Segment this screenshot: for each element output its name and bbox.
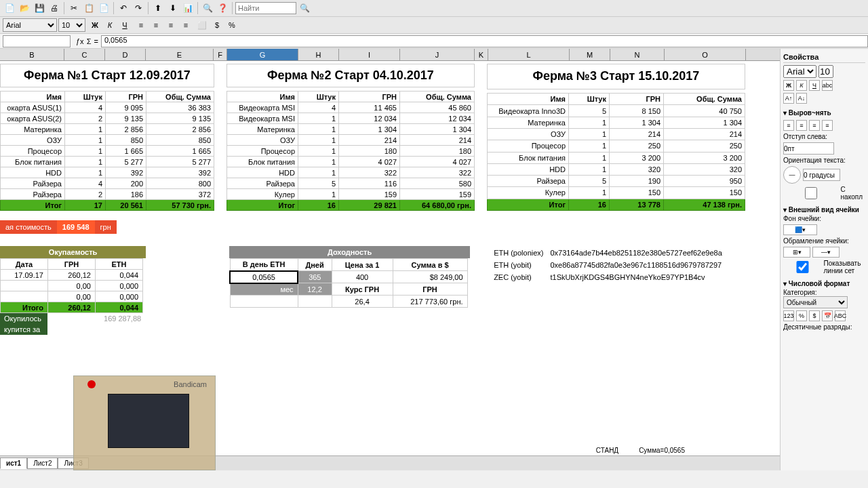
paste-icon[interactable]: 📄 <box>97 1 111 15</box>
column-header-D[interactable]: D <box>105 49 146 60</box>
sort-asc-icon[interactable]: ⬆ <box>151 1 165 15</box>
print-icon[interactable]: 🖨 <box>47 1 61 15</box>
italic-button[interactable]: К <box>103 18 117 32</box>
undo-icon[interactable]: ↶ <box>117 1 130 15</box>
sidebar-subscript-button[interactable]: A↓ <box>796 93 807 104</box>
orientation-degrees[interactable] <box>803 169 840 181</box>
border-line-picker[interactable]: —▾ <box>812 247 840 258</box>
sidebar-italic-button[interactable]: К <box>796 80 807 91</box>
sum-icon[interactable]: Σ <box>87 37 92 45</box>
column-header-I[interactable]: I <box>339 49 400 60</box>
font-size-select[interactable]: 10 <box>58 18 85 32</box>
fmt-number-icon[interactable]: 123 <box>783 310 794 321</box>
align-center-button[interactable]: ≡ <box>149 18 163 32</box>
sidebar-supscript-button[interactable]: A↑ <box>783 93 794 104</box>
copy-icon[interactable]: 📋 <box>82 1 96 15</box>
record-icon <box>87 380 96 388</box>
align-justify-button[interactable]: ≡ <box>179 18 193 32</box>
percent-button[interactable]: % <box>225 18 239 32</box>
align-right-button[interactable]: ≡ <box>164 18 178 32</box>
find-input[interactable] <box>235 2 296 14</box>
border-style-picker[interactable]: ⊞▾ <box>783 247 810 258</box>
column-header-C[interactable]: C <box>64 49 105 60</box>
cell-bg-picker[interactable]: 🟦▾ <box>783 224 817 235</box>
sidebar-font-select[interactable]: Arial <box>783 65 816 78</box>
align-left-button[interactable]: ≡ <box>134 18 148 32</box>
column-header-L[interactable]: L <box>488 49 570 60</box>
equals-icon[interactable]: = <box>94 37 98 45</box>
fmt-date-icon[interactable]: 📅 <box>822 310 833 321</box>
align-right-icon[interactable]: ≡ <box>809 120 820 131</box>
sidebar-bold-button[interactable]: Ж <box>783 80 794 91</box>
chart-icon[interactable]: 📊 <box>181 1 195 15</box>
font-name-select[interactable]: Arial <box>3 18 57 32</box>
payback-block: Окупаемость ДатаГРНETH17.09.17260,120,04… <box>0 246 146 335</box>
fmt-currency-icon[interactable]: $ <box>809 310 820 321</box>
cell-reference-input[interactable] <box>3 35 71 47</box>
profitability-block: Доходность В день ETHДнейЦена за 1Сумма … <box>229 246 470 308</box>
sheet-tab-0[interactable]: ист1 <box>0 458 27 469</box>
align-center-icon[interactable]: ≡ <box>796 120 807 131</box>
status-bar: СТАНД Сумма=0,0565 <box>596 445 685 455</box>
fmt-percent-icon[interactable]: % <box>796 310 807 321</box>
merge-cells-button[interactable]: ⬜ <box>195 18 209 32</box>
farm-table-1: Ферма №1 Старт 12.09.2017ИмяШтукГРНОбщ. … <box>0 64 214 211</box>
total-cost-row: ая стоимость 169 548 грн <box>0 220 117 234</box>
column-header-G[interactable]: G <box>227 49 298 60</box>
column-header-N[interactable]: N <box>610 49 665 60</box>
bandicam-overlay: Bandicam <box>73 375 216 470</box>
sidebar-strike-button[interactable]: abc <box>822 80 833 91</box>
align-left-icon[interactable]: ≡ <box>783 120 794 131</box>
indent-input[interactable] <box>783 142 834 155</box>
main-toolbar: 📄 📂 💾 🖨 ✂ 📋 📄 ↶ ↷ ⬆ ⬇ 📊 🔍 ❓ 🔍 <box>0 0 868 17</box>
sort-desc-icon[interactable]: ⬇ <box>166 1 180 15</box>
column-headers[interactable]: BCDEFGHIJKLMNO <box>0 49 780 61</box>
stack-checkbox[interactable] <box>783 187 839 199</box>
number-category-select[interactable]: Обычный <box>783 296 848 308</box>
sidebar-font-size[interactable] <box>818 65 833 78</box>
help-icon[interactable]: ❓ <box>216 1 229 15</box>
find-next-icon[interactable]: 🔍 <box>298 1 311 15</box>
spreadsheet-area[interactable]: BCDEFGHIJKLMNO Ферма №1 Старт 12.09.2017… <box>0 49 780 470</box>
properties-panel: Свойства Arial Ж К Ч abc A↑ A↓ ▾ Выров~н… <box>780 49 868 470</box>
sidebar-underline-button[interactable]: Ч <box>809 80 820 91</box>
wallet-addresses: ETH (poloniex)0x73164ade7b44eb8251182e38… <box>492 246 729 284</box>
show-gridlines-checkbox[interactable] <box>783 261 822 273</box>
column-header-E[interactable]: E <box>146 49 214 60</box>
redo-icon[interactable]: ↷ <box>132 1 145 15</box>
sheet-tab-1[interactable]: Лист2 <box>27 458 58 469</box>
underline-button[interactable]: Ч <box>118 18 132 32</box>
save-icon[interactable]: 💾 <box>33 1 46 15</box>
bold-button[interactable]: Ж <box>88 18 102 32</box>
column-header-J[interactable]: J <box>400 49 475 60</box>
column-header-H[interactable]: H <box>298 49 339 60</box>
column-header-M[interactable]: M <box>570 49 610 60</box>
format-toolbar: Arial 10 Ж К Ч ≡ ≡ ≡ ≡ ⬜ $ % <box>0 17 868 34</box>
filter-icon[interactable]: 🔍 <box>201 1 214 15</box>
fmt-text-icon[interactable]: ABC <box>835 310 846 321</box>
new-icon[interactable]: 📄 <box>3 1 16 15</box>
function-wizard-icon[interactable]: ƒx <box>76 37 84 45</box>
farm-table-2: Ферма №2 Старт 04.10.2017ИмяШтукГРНОбщ. … <box>226 64 475 211</box>
formula-bar: ƒx Σ = 0,0565 <box>0 34 868 49</box>
column-header-B[interactable]: B <box>0 49 64 60</box>
column-header-F[interactable]: F <box>214 49 227 60</box>
column-header-O[interactable]: O <box>665 49 746 60</box>
orientation-dial[interactable]: — <box>783 166 801 184</box>
open-icon[interactable]: 📂 <box>18 1 31 15</box>
column-header-K[interactable]: K <box>475 49 488 60</box>
formula-input[interactable]: 0,0565 <box>101 35 868 47</box>
cut-icon[interactable]: ✂ <box>67 1 81 15</box>
farm-table-3: Ферма №3 Старт 15.10.2017ИмяШтукГРНОбщ. … <box>487 64 745 211</box>
currency-button[interactable]: $ <box>210 18 224 32</box>
align-justify-icon[interactable]: ≡ <box>822 120 833 131</box>
